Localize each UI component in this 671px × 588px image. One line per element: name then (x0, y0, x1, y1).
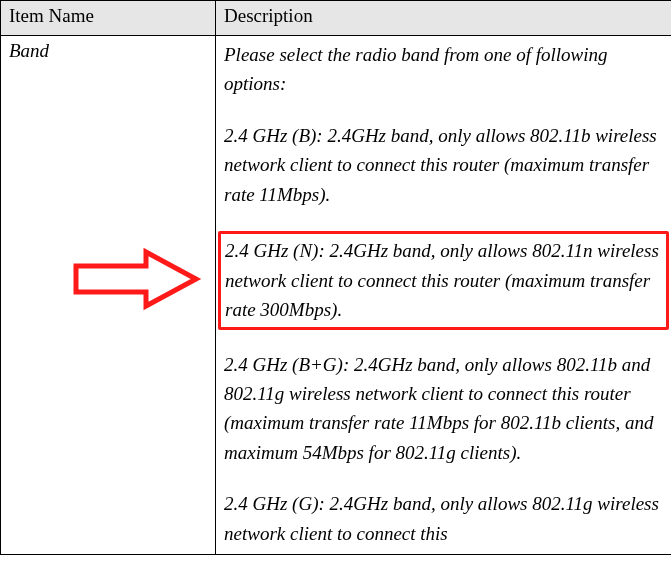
table-header-row: Item Name Description (1, 1, 672, 36)
option-n-text: 2.4 GHz (N): 2.4GHz band, only allows 80… (225, 240, 659, 320)
header-description: Description (216, 1, 672, 36)
table-row: Band Please select the radio band from o… (1, 36, 672, 555)
header-item-name: Item Name (1, 1, 216, 36)
item-name-cell: Band (1, 36, 216, 555)
option-g-text: 2.4 GHz (G): 2.4GHz band, only allows 80… (224, 489, 663, 548)
intro-text: Please select the radio band from one of… (224, 40, 663, 99)
option-n-highlighted: 2.4 GHz (N): 2.4GHz band, only allows 80… (218, 231, 669, 329)
description-cell: Please select the radio band from one of… (216, 36, 672, 555)
option-bg-text: 2.4 GHz (B+G): 2.4GHz band, only allows … (224, 350, 663, 468)
option-b-text: 2.4 GHz (B): 2.4GHz band, only allows 80… (224, 121, 663, 209)
settings-table: Item Name Description Band Please select… (0, 0, 671, 555)
